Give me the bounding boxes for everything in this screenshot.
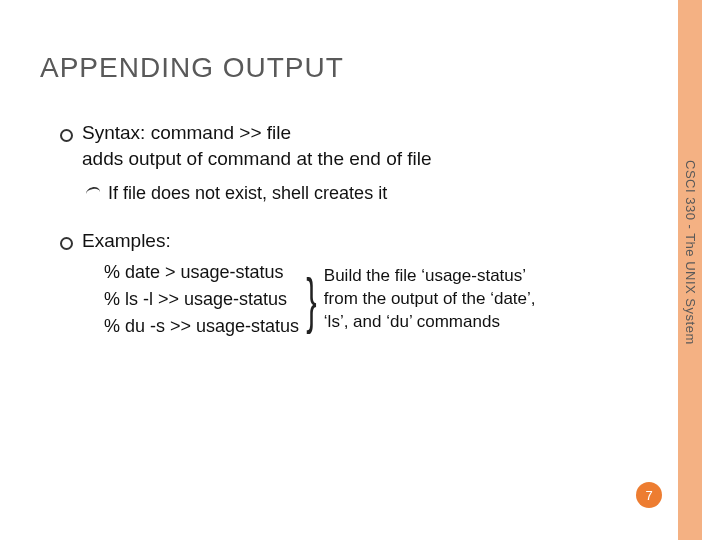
examples-label: Examples:	[82, 228, 620, 254]
explain-text: Build the file ‘usage-status’ from the o…	[324, 265, 554, 334]
bullet-syntax: Syntax: command >> file adds output of c…	[60, 120, 620, 206]
slide-title: APPENDING OUTPUT	[40, 52, 344, 84]
syntax-line-1: Syntax: command >> file	[82, 120, 620, 146]
examples-row: % date > usage-status % ls -l >> usage-s…	[82, 259, 620, 340]
command-1: % date > usage-status	[104, 259, 299, 286]
slide-content: Syntax: command >> file adds output of c…	[60, 120, 620, 342]
command-3: % du -s >> usage-status	[104, 313, 299, 340]
command-column: % date > usage-status % ls -l >> usage-s…	[104, 259, 299, 340]
brace-icon: }	[306, 275, 316, 325]
syntax-line-2: adds output of command at the end of fil…	[82, 146, 620, 172]
command-2: % ls -l >> usage-status	[104, 286, 299, 313]
bullet-list: Syntax: command >> file adds output of c…	[60, 120, 620, 340]
page-number: 7	[645, 488, 652, 503]
sub-bullet-note: If file does not exist, shell creates it	[82, 181, 620, 205]
sub-bullet-list: If file does not exist, shell creates it	[82, 181, 620, 205]
bullet-examples: Examples: % date > usage-status % ls -l …	[60, 228, 620, 341]
course-side-label: CSCI 330 - The UNIX System	[680, 160, 700, 440]
page-number-badge: 7	[636, 482, 662, 508]
